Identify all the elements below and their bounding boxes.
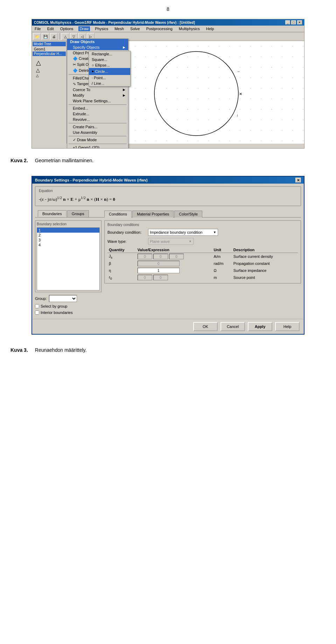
wave-type-row: Wave type: Plane wave ▼ (107, 238, 298, 245)
menu-item-extrude[interactable]: Extrude... (67, 111, 128, 117)
tab-conditions[interactable]: Conditions (104, 211, 132, 218)
dialog-wrapper: Boundary Settings - Perpendicular Hybrid… (31, 176, 304, 335)
submenu-item-point[interactable]: · Point... (89, 75, 130, 81)
select-by-group-checkbox[interactable] (35, 304, 39, 308)
tab-groups[interactable]: Groups (67, 210, 89, 217)
menu-physics[interactable]: Physics (93, 26, 110, 31)
menu-item-embed-label: Embed... (73, 106, 88, 110)
boundary-item-2[interactable]: 2 (37, 233, 99, 238)
menu-item-create-pairs-label: Create Pairs... (73, 125, 97, 129)
qty-eta-values (136, 267, 212, 274)
wave-type-dropdown[interactable]: Plane wave ▼ (148, 238, 194, 245)
caption-1-label: Kuva 2. (10, 158, 28, 163)
qty-r0-input-1[interactable] (138, 275, 152, 280)
menu-item-embed[interactable]: Embed... (67, 105, 128, 111)
interior-boundaries-row: Interior boundaries (35, 310, 102, 315)
tab-material-properties[interactable]: Material Properties (132, 211, 174, 218)
table-row-eta: η Ω Surface impedance (107, 267, 298, 274)
equation-formula: -(ε - jσ/ω)1/2 n × E + μ1/2 n × (H × n) … (39, 194, 297, 204)
group-select[interactable] (49, 295, 77, 302)
menu-separator-2 (69, 104, 127, 105)
interior-boundaries-checkbox[interactable] (35, 310, 39, 315)
left-tabs-row: Boundaries Groups (35, 210, 102, 218)
qty-r0-sub: 0 (110, 277, 112, 280)
tab-color-style[interactable]: Color/Style (174, 211, 202, 218)
qty-beta-input-1[interactable] (138, 261, 180, 266)
menu-item-create-pairs[interactable]: Create Pairs... (67, 124, 128, 130)
arrow-down: ↓ (237, 113, 238, 117)
menu-edit[interactable]: Edit (46, 26, 55, 31)
help-button[interactable]: Help (275, 322, 300, 331)
model-tree-header: Model Tree (33, 42, 66, 46)
submenu-item-circle[interactable]: • Circle... (89, 68, 130, 75)
boundary-item-4[interactable]: 4 (37, 242, 99, 247)
menu-item-draw-mode-label: ✓ Draw Mode (73, 138, 97, 142)
submenu-item-line[interactable]: / Line... (89, 81, 130, 86)
boundary-selection-box: Boundary selection 1 2 3 4 (35, 220, 102, 292)
menu-multiphysics[interactable]: Multiphysics (177, 26, 201, 31)
group-label: Group: (35, 296, 47, 301)
dialog-close-button[interactable]: ✕ (295, 178, 301, 183)
menu-item-workplane-label: Work Plane Settings... (73, 99, 111, 103)
boundary-settings-dialog: Boundary Settings - Perpendicular Hybrid… (31, 176, 304, 335)
caption-2: Kuva 3. Reunaehdon määrittely. (0, 342, 336, 353)
ok-button[interactable]: OK (193, 322, 218, 331)
submenu-item-rectangle-label: Rectangle... (92, 52, 112, 56)
menu-item-geom1[interactable]: +1 Geom1 (2D) (67, 145, 128, 149)
menu-item-use-assembly[interactable]: Use Assembly (67, 130, 128, 135)
boundary-conditions-box: Boundary conditions Boundary condition: … (104, 220, 301, 283)
qty-js-input-3[interactable] (169, 254, 184, 259)
submenu-item-ellipse[interactable]: ○ Ellipse... (89, 62, 130, 68)
submenu-item-rectangle[interactable]: Rectangle... (89, 51, 130, 57)
left-tabs-container: Boundaries Groups Conditions Material Pr… (32, 209, 304, 218)
maximize-button[interactable]: □ (291, 20, 296, 25)
col-quantity: Quantity (107, 247, 136, 253)
menu-item-revolve[interactable]: Revolve... (67, 117, 128, 122)
cancel-button[interactable]: Cancel (220, 322, 245, 331)
boundary-condition-dropdown[interactable]: Impedance boundary condition ▼ (148, 229, 218, 236)
toolbar-btn-1[interactable]: 📁 (33, 33, 41, 40)
menu-item-modify[interactable]: Modify ▶ (67, 93, 128, 98)
toolbar-btn-3[interactable]: 🖨 (50, 33, 58, 40)
specify-objects-submenu: Rectangle... Square... ○ Ellipse... • Ci… (89, 51, 131, 87)
qty-eta-unit: Ω (212, 267, 232, 274)
qty-eta-input-1[interactable] (138, 268, 180, 273)
menu-draw[interactable]: Draw (78, 26, 90, 31)
qty-r0-desc: Source point (232, 274, 298, 281)
toolbar-btn-2[interactable]: 💾 (42, 33, 49, 40)
window-main: Model Tree Geom1 Perpendicular H... △ △ … (32, 41, 304, 144)
submenu-item-square[interactable]: Square... (89, 57, 130, 62)
qty-js-unit: A/m (212, 253, 232, 260)
boundary-item-1[interactable]: 1 (37, 228, 99, 233)
menu-help[interactable]: Help (205, 26, 216, 31)
menu-options[interactable]: Options (59, 26, 75, 31)
menu-item-specify-objects[interactable]: Specify Objects ▶ (67, 44, 128, 50)
tab-boundaries[interactable]: Boundaries (38, 210, 66, 217)
close-button[interactable]: ✕ (297, 20, 302, 25)
qty-js-input-1[interactable] (138, 254, 152, 259)
model-tree-geom1[interactable]: Geom1 (33, 47, 66, 52)
menu-file[interactable]: File (33, 26, 42, 31)
menu-item-specify-objects-label: Specify Objects (73, 45, 99, 49)
submenu-item-line-label: / Line... (92, 81, 104, 85)
menu-item-coerce[interactable]: Coerce To ▶ (67, 87, 128, 93)
qty-beta-values (136, 260, 212, 267)
minimize-button[interactable]: _ (285, 20, 290, 25)
qty-beta-desc: Propagation constant (232, 260, 298, 267)
top-screenshot: COMSOL Multiphysics - Geom1/RF Module - … (31, 19, 304, 149)
boundary-item-3[interactable]: 3 (37, 238, 99, 242)
model-tree-perpendicular[interactable]: Perpendicular H... (33, 52, 66, 56)
apply-button[interactable]: Apply (248, 322, 272, 331)
menu-item-workplane[interactable]: Work Plane Settings... (67, 98, 128, 104)
menu-solve[interactable]: Solve (129, 26, 141, 31)
menu-item-draw-mode[interactable]: ✓ Draw Mode (67, 137, 128, 143)
qty-js-input-2[interactable] (153, 254, 168, 259)
interior-boundaries-label: Interior boundaries (41, 310, 73, 315)
menu-item-geom1-label: +1 Geom1 (2D) (73, 145, 99, 149)
menu-mesh[interactable]: Mesh (113, 26, 125, 31)
boundary-list[interactable]: 1 2 3 4 (37, 227, 100, 290)
qty-r0-input-2[interactable] (153, 275, 168, 280)
col-value-expression: Value/Expression (136, 247, 212, 253)
submenu-item-point-label: · Point... (92, 76, 106, 80)
menu-postprocessing[interactable]: Postprocessing (145, 26, 174, 31)
